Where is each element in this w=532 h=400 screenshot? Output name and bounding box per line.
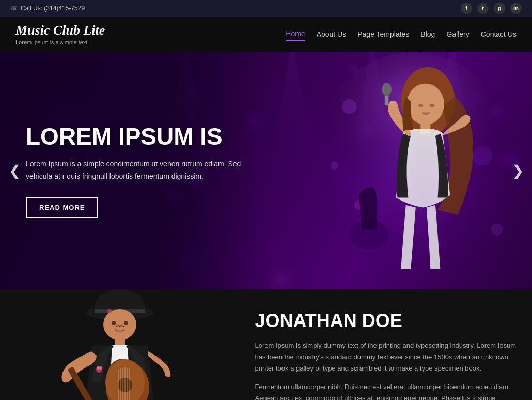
nav-page-templates[interactable]: Page Templates xyxy=(357,28,409,40)
artist-name: JONATHAN DOE xyxy=(255,310,517,332)
artist-desc-2: Fermentum ullamcorper nibh. Duis nec est… xyxy=(255,381,517,400)
right-arrow-icon: ❯ xyxy=(512,162,524,179)
svg-point-7 xyxy=(418,104,424,107)
artist-desc-1: Lorem Ipsum is simply dummy text of the … xyxy=(255,340,517,374)
svg-point-20 xyxy=(103,309,136,340)
header: Music Club Lite Lorem ipsum is a simple … xyxy=(0,17,532,52)
hero-section: LOREM IPSUM IS Lorem Ipsum is a simple c… xyxy=(0,52,532,289)
nav-blog[interactable]: Blog xyxy=(420,28,435,40)
nav-contact[interactable]: Contact Us xyxy=(481,28,517,40)
linkedin-icon[interactable]: in xyxy=(510,3,522,14)
carousel-prev-button[interactable]: ❮ xyxy=(5,161,24,180)
artist-image-area xyxy=(0,289,240,400)
carousel-next-button[interactable]: ❯ xyxy=(508,161,527,180)
hero-title: LOREM IPSUM IS xyxy=(26,124,263,150)
logo: Music Club Lite Lorem ipsum is a simple … xyxy=(15,23,105,45)
phone-number: Call Us: (314)415-7529 xyxy=(21,5,85,12)
svg-point-35 xyxy=(99,366,102,370)
facebook-icon[interactable]: f xyxy=(461,3,472,14)
svg-point-3 xyxy=(407,83,444,125)
svg-point-14 xyxy=(331,162,338,170)
main-nav: Home About Us Page Templates Blog Galler… xyxy=(286,27,517,41)
svg-point-38 xyxy=(124,321,128,325)
logo-title: Music Club Lite xyxy=(15,23,105,38)
hero-content: LOREM IPSUM IS Lorem Ipsum is a simple c… xyxy=(0,124,289,217)
top-bar: ☏ Call Us: (314)415-7529 f t g in xyxy=(0,0,532,17)
nav-about[interactable]: About Us xyxy=(317,28,347,40)
svg-point-37 xyxy=(112,321,116,325)
svg-point-13 xyxy=(491,224,503,236)
twitter-icon[interactable]: t xyxy=(477,3,489,14)
google-plus-icon[interactable]: g xyxy=(494,3,505,14)
left-arrow-icon: ❮ xyxy=(9,162,21,179)
read-more-button[interactable]: READ MORE xyxy=(26,197,98,218)
phone-icon: ☏ xyxy=(10,5,18,12)
svg-point-36 xyxy=(107,309,112,313)
nav-home[interactable]: Home xyxy=(286,27,305,41)
svg-point-10 xyxy=(342,99,357,114)
singer-image xyxy=(310,52,517,289)
singer-svg xyxy=(310,52,517,289)
top-bar-left: ☏ Call Us: (314)415-7529 xyxy=(10,5,85,12)
hero-description: Lorem Ipsum is a simple condimentum ut v… xyxy=(26,158,263,183)
artist-info: JONATHAN DOE Lorem Ipsum is simply dummy… xyxy=(240,289,533,400)
logo-subtitle: Lorem ipsum is a simple text xyxy=(15,39,105,45)
svg-point-6 xyxy=(382,83,392,96)
bottom-section: JONATHAN DOE Lorem Ipsum is simply dummy… xyxy=(0,289,532,400)
musician-figure xyxy=(0,289,240,400)
guitarist-svg xyxy=(42,289,197,400)
svg-point-11 xyxy=(472,146,492,165)
nav-gallery[interactable]: Gallery xyxy=(446,28,469,40)
svg-point-8 xyxy=(429,104,434,107)
social-icons: f t g in xyxy=(461,3,522,14)
